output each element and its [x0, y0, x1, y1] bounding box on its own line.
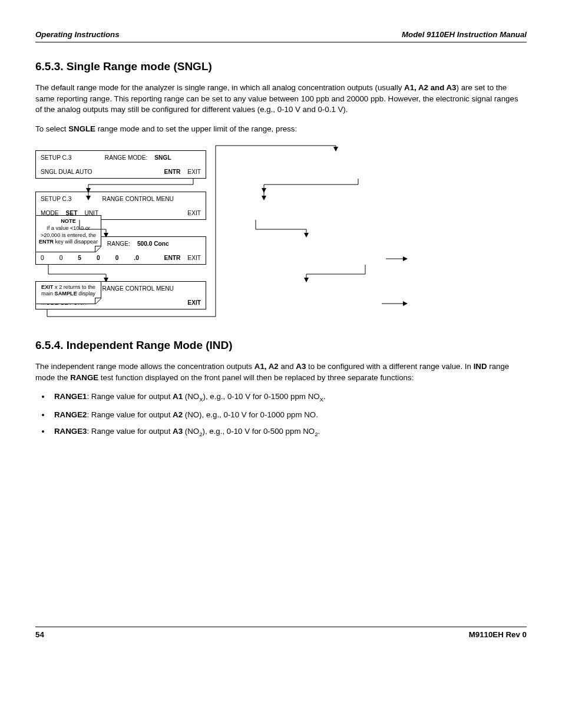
- page-footer: 54 M9110EH Rev 0: [35, 627, 527, 641]
- list-item: RANGE2: Range value for output A2 (NO), …: [51, 410, 527, 421]
- menu-flow-diagram: SAMPLERANGE = 500.0 PPBNOX=X.X < TST TST…: [35, 143, 495, 320]
- page-header: Operating Instructions Model 9110EH Inst…: [35, 29, 527, 42]
- header-right: Model 9110EH Instruction Manual: [402, 29, 527, 41]
- header-left: Operating Instructions: [35, 29, 120, 41]
- range-list: RANGE1: Range value for output A1 (NOX),…: [51, 391, 527, 438]
- section-654-para1: The independent range mode allows the co…: [35, 361, 527, 383]
- page-fold-icon: [95, 246, 101, 252]
- page-fold-icon: [95, 298, 101, 304]
- section-653-para1: The default range mode for the analyzer …: [35, 83, 527, 116]
- list-item: RANGE3: Range value for output A3 (NO2),…: [51, 426, 527, 438]
- page-number: 54: [35, 630, 44, 641]
- note-range-limit: NOTE If a value <10.0 or >20,000 is ente…: [35, 215, 101, 252]
- section-653-title: 6.5.3. Single Range mode (SNGL): [35, 59, 527, 75]
- screen-r1: SETUP C.3RANGE MODE: SNGL SNGL DUAL AUTO…: [35, 150, 206, 179]
- section-653-para2: To select SNGLE range mode and to set th…: [35, 124, 527, 135]
- list-item: RANGE1: Range value for output A1 (NOX),…: [51, 391, 527, 403]
- section-654-title: 6.5.4. Independent Range Mode (IND): [35, 338, 527, 354]
- note-exit: EXIT x 2 returns to the main SAMPLE disp…: [35, 281, 101, 304]
- doc-revision: M9110EH Rev 0: [469, 630, 527, 641]
